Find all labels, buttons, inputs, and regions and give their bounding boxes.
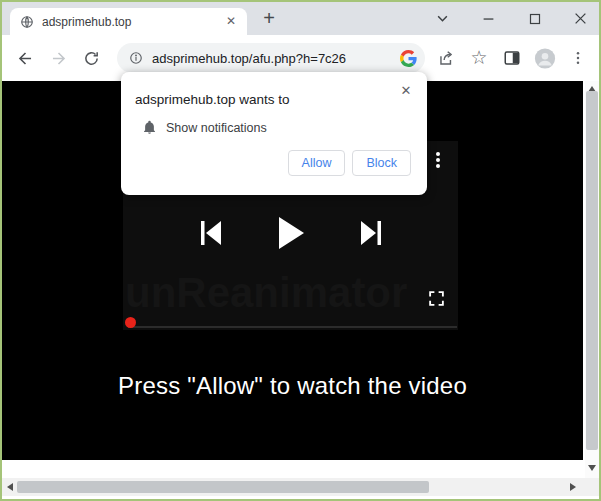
- tab-close-icon[interactable]: ✕: [223, 14, 239, 30]
- share-icon[interactable]: [435, 47, 457, 69]
- allow-button[interactable]: Allow: [288, 150, 346, 176]
- browser-tab[interactable]: adsprimehub.top ✕: [10, 8, 247, 35]
- url-text[interactable]: adsprimehub.top/afu.php?h=7c26: [152, 51, 400, 66]
- reload-button[interactable]: [78, 45, 104, 71]
- toolbar-actions: ☆: [435, 47, 589, 69]
- tab-strip: adsprimehub.top ✕ +: [2, 2, 599, 35]
- side-panel-icon[interactable]: [501, 47, 523, 69]
- window-controls: [434, 2, 589, 35]
- dialog-origin-text: adsprimehub.top wants to: [121, 72, 427, 107]
- tab-title: adsprimehub.top: [42, 15, 223, 29]
- google-g-icon[interactable]: [400, 50, 417, 67]
- vertical-scroll-thumb[interactable]: [586, 91, 598, 450]
- scroll-left-arrow-icon[interactable]: [7, 483, 13, 491]
- new-tab-button[interactable]: +: [256, 7, 282, 31]
- playhead-dot[interactable]: [125, 317, 136, 328]
- player-controls: [123, 216, 458, 250]
- player-menu-icon[interactable]: [431, 151, 445, 173]
- minimize-button[interactable]: [480, 10, 497, 27]
- horizontal-scroll-thumb[interactable]: [17, 481, 429, 493]
- forward-button[interactable]: [45, 45, 71, 71]
- progress-bar[interactable]: [128, 326, 457, 328]
- bookmark-star-icon[interactable]: ☆: [468, 47, 490, 69]
- close-window-button[interactable]: [572, 10, 589, 27]
- address-bar[interactable]: adsprimehub.top/afu.php?h=7c26: [117, 43, 425, 73]
- browser-menu-icon[interactable]: [567, 47, 589, 69]
- horizontal-scrollbar[interactable]: [2, 478, 585, 496]
- back-button[interactable]: [12, 45, 38, 71]
- favicon-globe-icon: [20, 15, 34, 29]
- next-track-icon[interactable]: [359, 219, 383, 247]
- permission-label: Show notifications: [166, 121, 267, 135]
- bell-icon: [142, 120, 157, 135]
- allow-instruction-text: Press "Allow" to watch the video: [2, 372, 583, 400]
- dialog-close-icon[interactable]: ✕: [398, 83, 414, 99]
- player-watermark: unReanimator: [125, 269, 460, 317]
- page-info-icon[interactable]: [129, 51, 143, 65]
- notification-permission-dialog: ✕ adsprimehub.top wants to Show notifica…: [121, 72, 427, 195]
- previous-track-icon[interactable]: [199, 219, 223, 247]
- maximize-button[interactable]: [526, 10, 543, 27]
- fullscreen-icon[interactable]: [428, 290, 445, 311]
- vertical-scrollbar[interactable]: [585, 81, 599, 478]
- browser-window-frame: adsprimehub.top ✕ +: [0, 0, 601, 501]
- play-icon[interactable]: [277, 216, 305, 250]
- tab-search-chevron-icon[interactable]: [434, 10, 451, 27]
- profile-avatar[interactable]: [534, 47, 556, 69]
- scroll-down-arrow-icon[interactable]: [588, 465, 596, 471]
- scrollbar-corner: [585, 478, 599, 496]
- block-button[interactable]: Block: [352, 150, 411, 176]
- scroll-right-arrow-icon[interactable]: [570, 483, 576, 491]
